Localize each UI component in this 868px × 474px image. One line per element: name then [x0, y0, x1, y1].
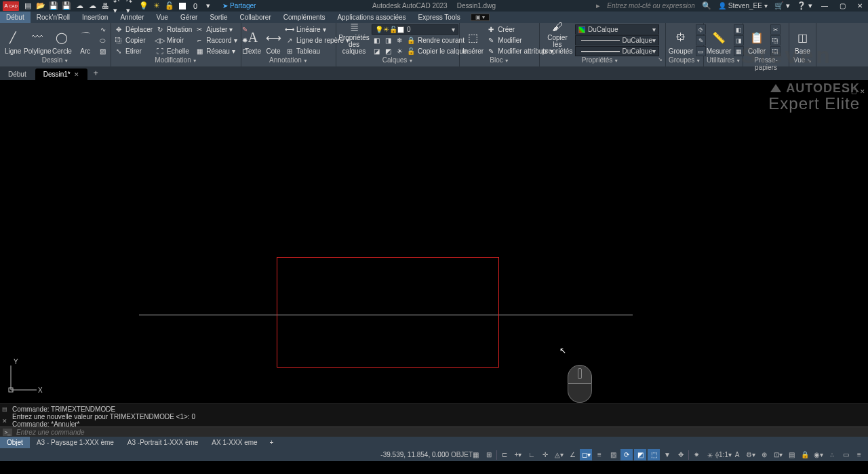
layer-props-button[interactable]: ≣Propriétés des calques [339, 24, 369, 55]
units-button[interactable]: ⊡▾ [772, 449, 784, 460]
help-icon[interactable]: ❔ ▾ [797, 1, 812, 10]
miroir-button[interactable]: ◁▷Miroir [155, 35, 192, 45]
texte-button[interactable]: ATexte [244, 24, 262, 55]
saveas-icon[interactable]: 💾 [62, 1, 71, 11]
layer-combo[interactable]: 💡☀🔓0▾ [372, 24, 458, 35]
cloud-save-icon[interactable]: ☁ [87, 1, 97, 11]
layer-unlock-icon[interactable]: 🔓 [406, 47, 416, 56]
quick-props-button[interactable]: ▤ [785, 449, 797, 460]
osnap-3d-button[interactable]: ◩ [634, 449, 646, 460]
drawing-area[interactable]: —▢✕ Steven AUTODESK Expert Elite ↖ YX [0, 80, 868, 403]
tab-rocknroll[interactable]: Rock'n'Roll [31, 12, 76, 23]
copier-props-button[interactable]: 🖌Copier les propriétés [542, 24, 572, 55]
workspace-button[interactable]: ⚙▾ [745, 449, 757, 460]
tab-sortie[interactable]: Sortie [203, 12, 233, 23]
layout-a3-portrait[interactable]: A3 -Portrait 1-XXX ème [121, 437, 205, 448]
grid-button[interactable]: ▦ [469, 449, 481, 460]
new-icon[interactable]: ▤ [23, 1, 33, 11]
minimize-button[interactable]: — [819, 1, 830, 11]
panel-groupes[interactable]: Groupes▼ [669, 56, 701, 65]
layer-thaw-icon[interactable]: ☀ [395, 47, 404, 56]
redo-icon[interactable]: ↷ ▾ [126, 1, 136, 11]
close-tab-icon[interactable]: ✕ [74, 71, 79, 78]
layer-bulb-icon[interactable]: 💡 [139, 1, 149, 11]
snap-button[interactable]: ⊞ [483, 449, 495, 460]
cmd-close-icon[interactable]: ✕ [2, 418, 7, 425]
cercle-button[interactable]: ◯Cercle [52, 24, 72, 55]
qat-dropdown-icon[interactable]: ▾ [203, 1, 213, 11]
polyligne-button[interactable]: 〰Polyligne [26, 24, 49, 55]
customize-button[interactable]: ≡ [853, 449, 865, 460]
util-a-button[interactable]: ◧ [734, 24, 744, 35]
ellipse-button[interactable]: ⬭ [98, 35, 108, 45]
close-button[interactable]: ✕ [854, 1, 865, 11]
undo-icon[interactable]: ↶ ▾ [113, 1, 123, 11]
arc-button[interactable]: ⌒Arc [75, 24, 96, 55]
layer-iso-icon[interactable]: ◧ [372, 36, 381, 45]
panel-utilitaires[interactable]: Utilitaires▼ [707, 56, 740, 65]
tab-apps-associees[interactable]: Applications associées [331, 12, 412, 23]
echelle-button[interactable]: ⛶Echelle [155, 46, 192, 56]
ajuster-button[interactable]: ✂Ajuster ▾ [195, 24, 237, 35]
grouper-button[interactable]: ⯐Grouper [669, 24, 693, 55]
hatch-button[interactable]: ▧ [98, 46, 108, 56]
tab-vue[interactable]: Vue [150, 12, 174, 23]
rendre-courant-button[interactable]: Rendre courant [418, 37, 465, 44]
dynucs-button[interactable]: ⬚ [648, 449, 660, 460]
color-combo[interactable]: DuCalque▾ [575, 24, 659, 35]
tab-insertion[interactable]: Insertion [76, 12, 114, 23]
layer-sun-icon[interactable]: ☀ [152, 1, 161, 11]
ribbon-minimize[interactable]: ▣ ▾ [471, 14, 490, 21]
new-tab-button[interactable]: + [88, 66, 104, 80]
open-icon[interactable]: 📂 [36, 1, 45, 11]
maximize-button[interactable]: ▢ [837, 1, 848, 11]
layer-lock-icon[interactable]: 🔓 [165, 1, 174, 11]
layer-on-icon[interactable]: ◩ [383, 47, 393, 56]
cloud-open-icon[interactable]: ☁ [75, 1, 84, 11]
copier-button[interactable]: ⿻Copier [114, 35, 153, 45]
panel-calques[interactable]: Calques▼ [339, 56, 456, 65]
tab-debut[interactable]: Début [0, 12, 31, 23]
command-line[interactable]: >_ Entrez une commande [0, 427, 868, 437]
app-icon[interactable]: A CAD [3, 1, 19, 11]
ortho-button[interactable]: ∟ [526, 449, 538, 460]
anno-auto-button[interactable]: ⚹ [704, 449, 716, 460]
linetype-combo[interactable]: DuCalque▾ [575, 35, 659, 45]
infer-button[interactable]: ⊏ [498, 449, 511, 460]
tab-annoter[interactable]: Annoter [114, 12, 150, 23]
panel-annotation[interactable]: Annotation▼ [244, 56, 333, 65]
cut-button[interactable]: ✂ [770, 24, 781, 35]
panel-modification[interactable]: Modification▼ [114, 56, 238, 65]
tab-express-tools[interactable]: Express Tools [412, 12, 467, 23]
dyn-input-button[interactable]: +▾ [512, 449, 524, 460]
vp-close-button[interactable]: ✕ [860, 88, 865, 95]
cycling-button[interactable]: ⟳ [620, 449, 633, 460]
search-input[interactable]: Entrez mot-clé ou expression [607, 2, 695, 9]
raccord-button[interactable]: ⌐Raccord ▾ [195, 35, 237, 45]
panel-bloc[interactable]: Bloc▼ [462, 56, 536, 65]
tab-collaborer[interactable]: Collaborer [234, 12, 277, 23]
tab-dessin1[interactable]: Dessin1*✕ [35, 68, 87, 80]
anno-scale-button[interactable]: ⟠ 1:1▾ [717, 449, 730, 460]
lock-ui-button[interactable]: 🔒 [799, 449, 811, 460]
isolate-button[interactable]: ◉▾ [812, 449, 825, 460]
cart-icon[interactable]: 🛒 ▾ [774, 1, 790, 10]
cote-button[interactable]: ⟷Cote [264, 24, 282, 55]
layout-objet[interactable]: Objet [0, 437, 30, 448]
user-account[interactable]: 👤Steven_EE ▾ [718, 2, 768, 9]
layer-uniso-icon[interactable]: ◪ [372, 47, 381, 56]
tab-complements[interactable]: Compléments [277, 12, 332, 23]
panel-dessin[interactable]: Dessin▼ [3, 56, 108, 65]
sel-filter-button[interactable]: ▼ [661, 449, 673, 460]
mesurer-button[interactable]: 📏Mesurer [707, 24, 731, 55]
inserer-button[interactable]: ⬚Insérer [462, 24, 484, 55]
clean-screen-button[interactable]: ▭ [840, 449, 852, 460]
layer-lock-icon[interactable]: 🔒 [406, 36, 416, 45]
save-icon[interactable]: 💾 [49, 1, 58, 11]
anno-a-icon[interactable]: A [731, 449, 743, 460]
deplacer-button[interactable]: ✥Déplacer [114, 24, 153, 35]
layout-a3-paysage[interactable]: A3 - Paysage 1-XXX ème [30, 437, 121, 448]
spline-button[interactable]: ∿ [98, 24, 108, 35]
layout-ax[interactable]: AX 1-XXX eme [205, 437, 264, 448]
anno-vis-button[interactable]: ✷ [690, 449, 703, 460]
